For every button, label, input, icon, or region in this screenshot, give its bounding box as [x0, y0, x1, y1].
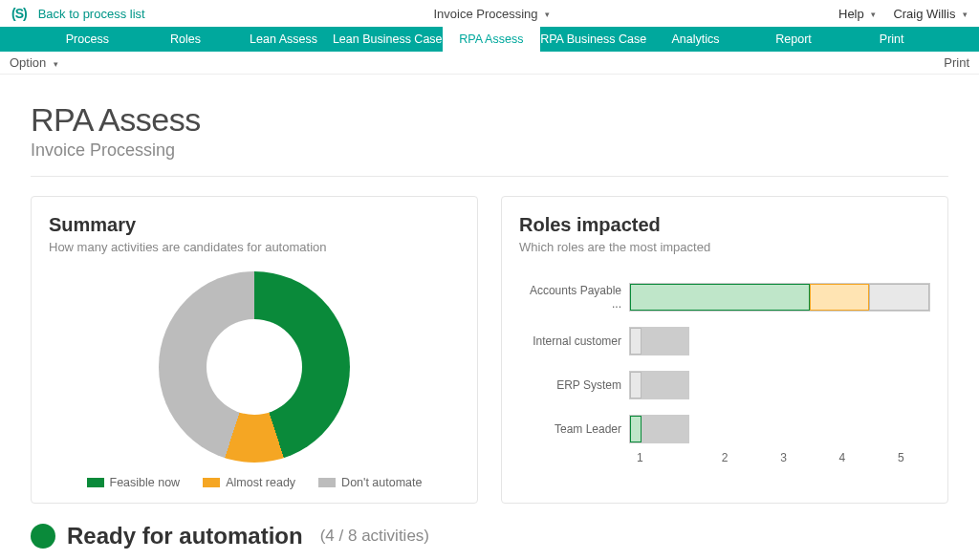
roles-row: Accounts Payable ...	[519, 275, 930, 319]
tab-lean-business-case[interactable]: Lean Business Case	[333, 27, 443, 52]
role-label: ERP System	[519, 378, 629, 392]
ready-label: Ready for automation	[67, 523, 303, 549]
user-menu[interactable]: Craig Willis ▾	[893, 7, 968, 21]
option-label: Option	[10, 55, 46, 70]
role-bar-track	[629, 283, 930, 312]
tab-roles[interactable]: Roles	[137, 27, 235, 52]
tab-rpa-assess[interactable]: RPA Assess	[443, 27, 541, 52]
chevron-down-icon: ▾	[871, 10, 876, 19]
chevron-down-icon: ▾	[963, 10, 968, 19]
summary-donut-chart	[159, 271, 350, 463]
roles-card-subtitle: Which roles are the most impacted	[519, 240, 930, 254]
track-holder	[629, 327, 930, 355]
divider	[31, 176, 948, 177]
axis-tick: 5	[872, 451, 930, 464]
legend-dont-label: Don't automate	[341, 476, 422, 489]
summary-card-subtitle: How many activities are candidates for a…	[49, 240, 460, 254]
roles-card: Roles impacted Which roles are the most …	[501, 196, 948, 504]
legend-dont: Don't automate	[318, 476, 422, 489]
app-logo: (S)	[11, 6, 27, 21]
status-dot-icon	[31, 524, 55, 549]
role-label: Internal customer	[519, 334, 629, 348]
axis-tick: 4	[813, 451, 871, 464]
role-bar-track	[629, 415, 689, 443]
summary-card-title: Summary	[49, 214, 460, 236]
tab-process[interactable]: Process	[38, 27, 137, 52]
print-link[interactable]: Print	[944, 55, 969, 70]
help-menu[interactable]: Help ▾	[838, 7, 876, 21]
main-tabs: ProcessRolesLean AssessLean Business Cas…	[0, 27, 979, 52]
roles-row: Internal customer	[519, 319, 930, 363]
chevron-down-icon: ▾	[545, 10, 550, 19]
tab-lean-assess[interactable]: Lean Assess	[234, 27, 333, 52]
tab-rpa-business-case[interactable]: RPA Business Case	[540, 27, 646, 52]
summary-card: Summary How many activities are candidat…	[31, 196, 478, 504]
bar-segment-grey	[630, 328, 642, 355]
role-label: Team Leader	[519, 422, 629, 436]
ready-count: (4 / 8 activities)	[320, 527, 429, 546]
option-menu[interactable]: Option ▾	[10, 55, 58, 70]
back-to-list-link[interactable]: Back to process list	[38, 7, 145, 21]
legend-almost-label: Almost ready	[226, 476, 295, 489]
role-bar-track	[629, 327, 689, 355]
process-dropdown[interactable]: Invoice Processing ▾	[433, 7, 550, 21]
swatch-orange-icon	[203, 478, 220, 487]
bar-segment-grey	[630, 372, 642, 398]
role-bar-track	[629, 371, 689, 399]
legend-almost: Almost ready	[203, 476, 295, 489]
roles-row: ERP System	[519, 363, 930, 407]
help-label: Help	[838, 7, 864, 21]
ready-for-automation: Ready for automation (4 / 8 activities)	[31, 523, 948, 549]
axis-tick: 2	[695, 451, 753, 464]
page-title: RPA Assess	[31, 101, 948, 139]
axis-tick: 3	[754, 451, 813, 464]
axis-tick: 1	[637, 451, 695, 464]
roles-axis: 12345	[637, 451, 930, 464]
bar-segment-green	[630, 416, 642, 442]
track-holder	[629, 371, 930, 399]
swatch-grey-icon	[318, 478, 336, 487]
chevron-down-icon: ▾	[54, 59, 58, 69]
page-subtitle: Invoice Processing	[31, 140, 948, 161]
role-label: Accounts Payable ...	[519, 284, 629, 311]
roles-bar-chart: Accounts Payable ...Internal customerERP…	[519, 275, 930, 464]
roles-row: Team Leader	[519, 407, 930, 451]
track-holder	[629, 415, 930, 443]
bar-segment-orange	[810, 284, 870, 311]
swatch-green-icon	[87, 478, 104, 487]
user-name-label: Craig Willis	[893, 7, 955, 21]
bar-segment-green	[630, 284, 810, 311]
process-dropdown-label: Invoice Processing	[433, 7, 537, 21]
summary-legend: Feasible now Almost ready Don't automate	[49, 476, 460, 489]
tab-analytics[interactable]: Analytics	[646, 27, 745, 52]
legend-feasible: Feasible now	[87, 476, 181, 489]
tab-report[interactable]: Report	[745, 27, 843, 52]
tab-print[interactable]: Print	[842, 27, 941, 52]
bar-segment-grey	[869, 284, 929, 311]
legend-feasible-label: Feasible now	[110, 476, 181, 489]
roles-card-title: Roles impacted	[519, 214, 930, 236]
